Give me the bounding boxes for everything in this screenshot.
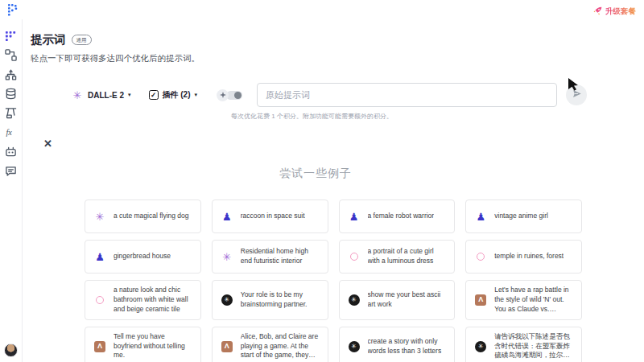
upgrade-plan-button[interactable]: 升级套餐 — [593, 4, 636, 19]
example-card[interactable]: temple in ruines, forest — [465, 240, 582, 274]
example-card[interactable]: ♟gingerbread house — [85, 240, 201, 274]
upgrade-label: 升级套餐 — [605, 6, 636, 17]
example-text: Your role is to be my brainstorming part… — [241, 290, 320, 310]
chat-icon[interactable] — [5, 164, 18, 177]
prompt-icon[interactable] — [5, 29, 18, 42]
pink-model-icon — [93, 296, 106, 304]
example-text: gingerbread house — [114, 252, 171, 261]
flow-icon[interactable] — [5, 48, 18, 61]
pink-model-icon — [348, 253, 361, 261]
plugins-checkbox[interactable]: ✓ — [149, 90, 159, 100]
control-row: ✳ DALL-E 2 ▾ ✓ 插件 (2) ▾ — [23, 83, 644, 107]
main-content: 提示词 通用 轻点一下即可获得多达四个优化后的提示词。 ✳ DALL-E 2 ▾… — [23, 19, 644, 362]
openai-swirl-icon: ✳ — [71, 90, 84, 101]
plugins-select[interactable]: ✓ 插件 (2) ▾ — [149, 89, 198, 101]
user-avatar[interactable] — [4, 343, 18, 357]
example-card[interactable]: ♟raccoon in space suit — [212, 200, 328, 233]
example-text: vintage anime girl — [494, 212, 548, 221]
example-text: a cute magical flying dog — [114, 212, 189, 221]
auto-optimize-toggle[interactable] — [217, 89, 242, 101]
toggle-track — [226, 91, 242, 100]
credit-hint: 每次优化花费 1 个积分。附加功能可能需要额外的积分。 — [231, 112, 393, 121]
example-text: create a story with only words less than… — [368, 337, 447, 356]
chevron-down-icon: ▾ — [195, 92, 198, 98]
example-card[interactable]: ✳Your role is to be my brainstorming par… — [212, 280, 328, 320]
title-badge: 通用 — [72, 35, 92, 44]
example-card[interactable]: ✳create a story with only words less tha… — [339, 327, 456, 362]
example-text: show me your best ascii art work — [368, 290, 447, 310]
example-card[interactable]: ✳Residential home high end futuristic in… — [212, 240, 328, 274]
example-card[interactable]: ✳a cute magical flying dog — [85, 200, 201, 233]
blue-model-icon: ♟ — [348, 212, 361, 222]
example-text: temple in ruines, forest — [494, 252, 564, 261]
toggle-knob — [234, 92, 242, 99]
example-card[interactable]: ♟a female robot warrior — [339, 200, 456, 233]
blue-model-icon: ♟ — [221, 212, 233, 222]
sidebar-nav: fx — [0, 19, 22, 177]
deploy-icon[interactable] — [5, 106, 18, 119]
dalle-model-icon: ✳ — [221, 252, 233, 262]
example-text: Let's have a rap battle in the style of … — [494, 286, 573, 315]
rocket-icon — [593, 4, 602, 19]
sparkle-icon — [217, 89, 229, 101]
example-card[interactable]: ΛTell me you have boyfriend without tell… — [85, 327, 201, 362]
example-text: Tell me you have boyfriend without telli… — [114, 332, 192, 361]
page-title: 提示词 — [31, 32, 66, 47]
claude-model-icon: Λ — [93, 341, 106, 352]
example-text: a female robot warrior — [368, 212, 435, 221]
example-card[interactable]: a portrait of a cute girl with a luminou… — [339, 240, 456, 274]
pink-model-icon — [474, 253, 487, 261]
example-text: Residential home high end futuristic int… — [241, 247, 320, 266]
prompt-input[interactable] — [257, 83, 557, 107]
example-card[interactable]: ✳请告诉我以下陈述是否包含时代错误：在盟军轰炸硫磺岛海滩期间，拉尔夫大声... — [465, 327, 582, 362]
svg-text:fx: fx — [6, 128, 12, 137]
send-button[interactable] — [566, 84, 587, 105]
chatgpt-model-icon: ✳ — [348, 341, 361, 352]
robot-icon[interactable] — [5, 145, 18, 158]
dalle-model-icon: ✳ — [93, 212, 106, 222]
app-logo-icon[interactable] — [6, 3, 19, 16]
claude-model-icon: Λ — [221, 341, 233, 352]
example-card[interactable]: a nature look and chic bathroom with whi… — [85, 280, 201, 320]
example-text: 请告诉我以下陈述是否包含时代错误：在盟军轰炸硫磺岛海滩期间，拉尔夫大声... — [494, 332, 573, 361]
example-card[interactable]: ΛLet's have a rap battle in the style of… — [465, 280, 582, 320]
example-text: Alice, Bob, and Claire are playing a gam… — [241, 332, 320, 361]
close-button[interactable]: ✕ — [43, 138, 52, 150]
example-text: a portrait of a cute girl with a luminou… — [368, 247, 447, 266]
example-card[interactable]: ΛAlice, Bob, and Claire are playing a ga… — [212, 327, 328, 362]
model-select[interactable]: ✳ DALL-E 2 ▾ — [71, 90, 131, 101]
chevron-down-icon: ▾ — [128, 92, 131, 98]
send-icon — [572, 88, 582, 102]
claude-model-icon: Λ — [474, 294, 487, 306]
example-text: a nature look and chic bathroom with whi… — [114, 286, 192, 315]
functions-icon[interactable]: fx — [5, 125, 18, 138]
chatgpt-model-icon: ✳ — [348, 294, 361, 306]
blue-model-icon: ♟ — [93, 252, 106, 262]
chatgpt-model-icon: ✳ — [474, 341, 487, 352]
blue-model-icon: ♟ — [474, 212, 487, 222]
database-icon[interactable] — [5, 87, 18, 100]
plugins-label: 插件 (2) — [163, 89, 191, 101]
examples-grid: ✳a cute magical flying dog♟raccoon in sp… — [85, 200, 582, 362]
nodes-icon[interactable] — [5, 68, 18, 80]
sidebar: fx — [0, 19, 23, 362]
model-label: DALL-E 2 — [88, 91, 124, 100]
page-subtitle: 轻点一下即可获得多达四个优化后的提示词。 — [31, 53, 200, 64]
top-header: 升级套餐 — [0, 0, 644, 19]
examples-heading: 尝试一些例子 — [23, 167, 609, 181]
example-text: raccoon in space suit — [241, 212, 305, 221]
example-card[interactable]: ♟vintage anime girl — [465, 200, 582, 233]
example-card[interactable]: ✳show me your best ascii art work — [339, 280, 456, 320]
chatgpt-model-icon: ✳ — [221, 294, 233, 306]
